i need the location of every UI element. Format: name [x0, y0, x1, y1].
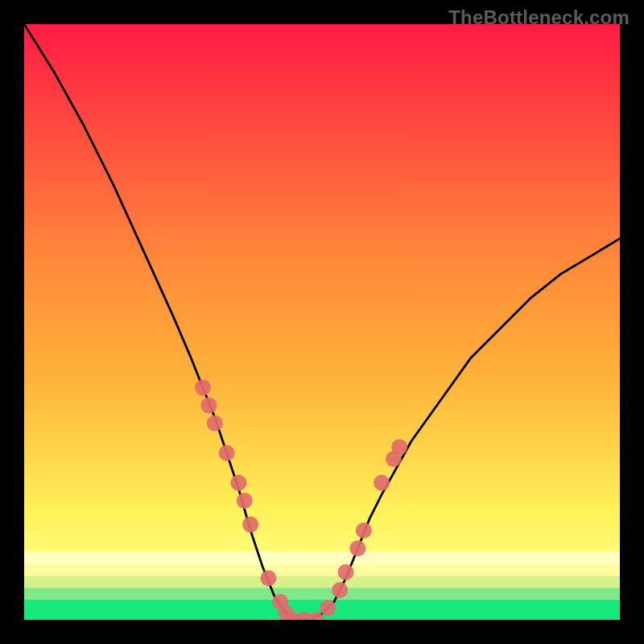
data-marker [260, 570, 276, 586]
data-marker [356, 522, 372, 539]
chart-svg [24, 24, 620, 620]
data-marker [391, 439, 407, 455]
quality-band [24, 551, 620, 564]
plot-area [24, 24, 620, 620]
quality-band [24, 564, 620, 576]
data-marker [207, 415, 223, 431]
data-marker [230, 475, 246, 491]
data-marker [374, 475, 390, 491]
watermark-text: TheBottleneck.com [448, 6, 630, 29]
data-marker [195, 379, 211, 395]
data-marker [242, 517, 258, 533]
data-marker [349, 540, 365, 556]
data-marker [320, 600, 336, 616]
gradient-bg [24, 24, 620, 620]
quality-band [24, 587, 620, 600]
quality-band [24, 576, 620, 588]
data-marker [338, 564, 354, 580]
chart-frame: TheBottleneck.com [0, 0, 644, 644]
data-marker [200, 398, 217, 414]
data-marker [237, 493, 253, 509]
data-marker [332, 582, 348, 598]
data-marker [219, 445, 235, 461]
